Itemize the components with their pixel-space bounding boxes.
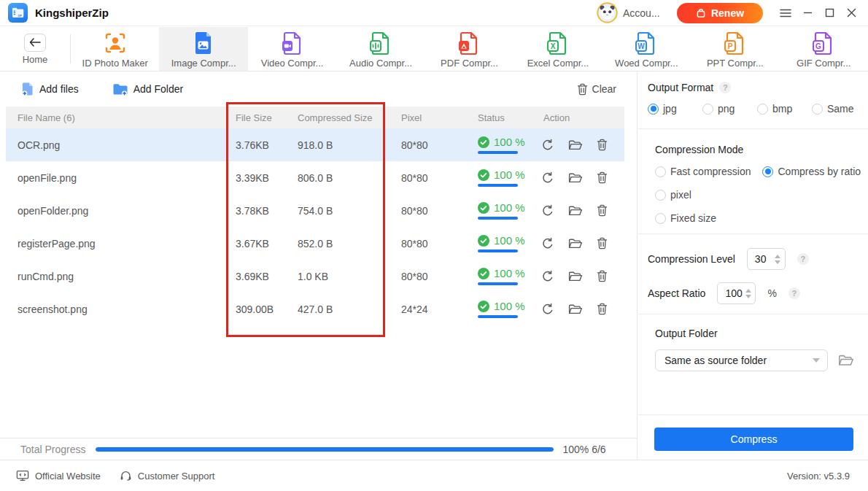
table-row[interactable]: runCmd.png3.69KB1.0 KB80*80100 % bbox=[6, 260, 624, 293]
table-row[interactable]: registerPage.png3.67KB852.0 B80*80100 % bbox=[6, 227, 624, 260]
cell-pixel: 80*80 bbox=[390, 139, 467, 151]
radio-pixel-circle[interactable] bbox=[655, 190, 666, 201]
compress-button[interactable]: Compress bbox=[654, 428, 853, 451]
level-up-arrow[interactable] bbox=[775, 255, 780, 258]
level-down-arrow[interactable] bbox=[775, 260, 780, 264]
close-icon[interactable] bbox=[840, 2, 862, 24]
radio-png[interactable]: png bbox=[702, 103, 757, 115]
delete-icon[interactable] bbox=[597, 171, 608, 184]
cell-action bbox=[532, 237, 624, 250]
radio-same[interactable]: Same bbox=[812, 103, 867, 115]
clear-button[interactable]: Clear bbox=[577, 83, 616, 96]
refresh-icon[interactable] bbox=[541, 237, 554, 250]
radio-ratio-circle[interactable] bbox=[762, 166, 773, 177]
tab-pdf-compressor[interactable]: PDF Compr... bbox=[425, 27, 514, 71]
refresh-icon[interactable] bbox=[541, 139, 554, 152]
check-circle-icon bbox=[478, 202, 489, 214]
open-folder-icon[interactable] bbox=[568, 271, 583, 282]
compression-level-stepper[interactable]: 30 bbox=[747, 248, 786, 270]
delete-icon[interactable] bbox=[597, 204, 608, 217]
refresh-icon[interactable] bbox=[541, 270, 554, 283]
output-folder-dropdown[interactable]: Same as source folder bbox=[655, 349, 828, 371]
delete-icon[interactable] bbox=[597, 237, 608, 250]
refresh-icon[interactable] bbox=[541, 204, 554, 217]
table-row[interactable]: screenshot.png309.00B427.0 B24*24100 % bbox=[6, 293, 624, 325]
pdf-file-icon bbox=[456, 30, 482, 56]
delete-icon[interactable] bbox=[597, 270, 608, 282]
open-folder-icon[interactable] bbox=[568, 205, 583, 217]
radio-png-circle[interactable] bbox=[702, 104, 713, 115]
radio-jpg-circle[interactable] bbox=[648, 104, 659, 115]
account-avatar[interactable] bbox=[597, 2, 618, 23]
check-circle-icon bbox=[478, 235, 489, 247]
radio-fixed-size[interactable]: Fixed size bbox=[655, 212, 716, 224]
aspect-ratio-help-icon[interactable]: ? bbox=[788, 287, 800, 299]
open-folder-icon[interactable] bbox=[568, 304, 583, 315]
file-list-area: Add files Add Folder Clear File Name (6)… bbox=[0, 71, 638, 460]
version-text: Version: v5.3.9 bbox=[787, 471, 850, 482]
compression-level-label: Compression Level bbox=[648, 253, 735, 265]
col-pixel: Pixel bbox=[390, 112, 467, 123]
tab-video-compressor[interactable]: Video Compr... bbox=[248, 27, 336, 71]
table-row[interactable]: openFile.png3.39KB806.0 B80*80100 % bbox=[6, 161, 624, 194]
open-folder-icon[interactable] bbox=[568, 139, 583, 151]
trash-icon bbox=[577, 83, 588, 96]
renew-button[interactable]: Renew bbox=[677, 3, 763, 23]
row-progress-bar bbox=[478, 217, 518, 220]
official-website-link[interactable]: Official Website bbox=[16, 470, 101, 482]
aspect-ratio-stepper[interactable]: 100 bbox=[717, 282, 756, 304]
account-label[interactable]: Accou... bbox=[623, 7, 668, 19]
radio-bmp-circle[interactable] bbox=[757, 104, 768, 115]
refresh-icon[interactable] bbox=[541, 171, 554, 185]
cell-status: 100 % bbox=[467, 300, 532, 318]
add-folder-icon bbox=[112, 82, 128, 96]
home-button[interactable]: Home bbox=[0, 27, 70, 71]
delete-icon[interactable] bbox=[597, 139, 608, 151]
radio-fast-compression[interactable]: Fast compression bbox=[655, 166, 751, 177]
cell-status: 100 % bbox=[467, 201, 532, 220]
tab-id-photo-maker[interactable]: ID Photo Maker bbox=[71, 27, 159, 71]
tab-excel-compressor[interactable]: X Excel Compr... bbox=[514, 27, 602, 71]
footer: Official Website Customer Support Versio… bbox=[0, 460, 868, 491]
table-row[interactable]: OCR.png3.76KB918.0 B80*80100 % bbox=[6, 128, 624, 161]
open-folder-icon[interactable] bbox=[568, 238, 583, 250]
percent-sign: % bbox=[767, 287, 776, 299]
aspect-ratio-label: Aspect Ratio bbox=[648, 287, 705, 299]
menu-icon[interactable] bbox=[775, 2, 797, 24]
radio-pixel[interactable]: pixel bbox=[655, 189, 691, 201]
ratio-up-arrow[interactable] bbox=[745, 289, 751, 293]
open-folder-icon[interactable] bbox=[568, 172, 583, 184]
row-progress-bar bbox=[478, 184, 518, 187]
toolbar: Home ID Photo Maker Image Compr... Video… bbox=[0, 27, 868, 71]
radio-compress-by-ratio[interactable]: Compress by ratio bbox=[762, 166, 861, 177]
ratio-down-arrow[interactable] bbox=[745, 295, 751, 298]
delete-icon[interactable] bbox=[597, 303, 608, 315]
tab-word-compressor[interactable]: W Woed Compr... bbox=[602, 27, 691, 71]
maximize-icon[interactable] bbox=[818, 2, 840, 24]
check-circle-icon bbox=[478, 301, 489, 312]
monitor-icon bbox=[16, 470, 29, 482]
add-file-icon bbox=[20, 82, 34, 96]
table-row[interactable]: openFolder.png3.78KB754.0 B80*80100 % bbox=[6, 194, 624, 227]
cell-status: 100 % bbox=[467, 169, 532, 187]
compression-level-value[interactable]: 30 bbox=[748, 253, 773, 265]
compression-level-help-icon[interactable]: ? bbox=[797, 253, 809, 265]
aspect-ratio-value[interactable]: 100 bbox=[718, 287, 743, 299]
radio-bmp[interactable]: bmp bbox=[757, 103, 812, 115]
radio-jpg[interactable]: jpg bbox=[648, 103, 702, 115]
tab-audio-compressor[interactable]: Audio Compr... bbox=[336, 27, 425, 71]
tab-gif-compressor[interactable]: G GIF Compr... bbox=[780, 27, 868, 71]
customer-support-link[interactable]: Customer Support bbox=[120, 470, 215, 482]
tab-image-compressor[interactable]: Image Compr... bbox=[159, 27, 247, 71]
refresh-icon[interactable] bbox=[541, 303, 554, 316]
minimize-icon[interactable] bbox=[797, 2, 818, 24]
browse-folder-icon[interactable] bbox=[838, 354, 854, 367]
shopping-bag-icon bbox=[696, 8, 706, 18]
radio-same-circle[interactable] bbox=[812, 104, 823, 115]
tab-ppt-compressor[interactable]: P PPT Compr... bbox=[691, 27, 779, 71]
radio-fixed-circle[interactable] bbox=[655, 213, 666, 224]
add-folder-button[interactable]: Add Folder bbox=[112, 82, 183, 96]
add-files-button[interactable]: Add files bbox=[20, 82, 79, 96]
radio-fast-circle[interactable] bbox=[655, 166, 666, 177]
output-format-help-icon[interactable]: ? bbox=[719, 82, 731, 93]
